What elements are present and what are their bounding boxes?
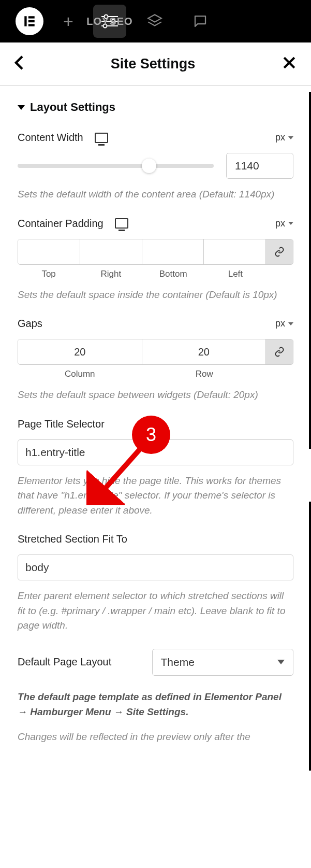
content-width-input[interactable] bbox=[226, 153, 293, 179]
elementor-logo[interactable] bbox=[16, 7, 43, 35]
padding-bottom-input[interactable] bbox=[142, 239, 204, 264]
gaps-unit[interactable]: px bbox=[275, 318, 293, 329]
container-padding-label: Container Padding bbox=[18, 218, 103, 230]
padding-sub-labels: Top Right Bottom Left bbox=[18, 269, 293, 279]
content-width-slider[interactable] bbox=[18, 164, 214, 168]
gaps-description: Sets the default space between widgets (… bbox=[18, 388, 293, 403]
chevron-down-icon bbox=[288, 322, 293, 325]
structure-icon[interactable] bbox=[146, 12, 164, 30]
default-page-layout-label: Default Page Layout bbox=[18, 656, 142, 668]
chevron-down-icon bbox=[288, 136, 293, 139]
default-page-layout-description2: Changes will be reflected in the preview… bbox=[18, 730, 293, 745]
annotation-arrow bbox=[86, 443, 149, 505]
control-gaps: Gaps px Column Row Sets the default spac… bbox=[18, 318, 293, 403]
link-values-button[interactable] bbox=[266, 239, 293, 264]
scrollbar[interactable] bbox=[309, 502, 311, 771]
link-icon bbox=[274, 247, 285, 257]
container-padding-unit[interactable]: px bbox=[275, 218, 293, 229]
link-icon bbox=[274, 347, 285, 357]
control-stretched-section: Stretched Section Fit To Enter parent el… bbox=[18, 533, 293, 633]
padding-left-input[interactable] bbox=[204, 239, 266, 264]
gaps-inputs bbox=[18, 339, 293, 365]
chat-icon[interactable] bbox=[192, 13, 208, 29]
elementor-icon bbox=[23, 15, 36, 28]
content-width-label: Content Width bbox=[18, 132, 83, 144]
control-container-padding: Container Padding px Top Right Bo bbox=[18, 218, 293, 303]
back-button[interactable] bbox=[14, 55, 24, 73]
stretched-section-label: Stretched Section Fit To bbox=[18, 533, 127, 545]
stretched-section-description: Enter parent element selector to which s… bbox=[18, 589, 293, 633]
close-button[interactable] bbox=[282, 55, 297, 72]
content-width-unit[interactable]: px bbox=[275, 132, 293, 143]
default-page-layout-select[interactable]: Theme bbox=[152, 649, 294, 676]
section-toggle-layout[interactable]: Layout Settings bbox=[18, 101, 293, 114]
annotation-badge: 3 bbox=[132, 416, 170, 454]
panel-header: Site Settings bbox=[0, 42, 311, 86]
chevron-down-icon bbox=[18, 105, 25, 110]
control-content-width: Content Width px Sets the default width … bbox=[18, 132, 293, 202]
page-title-selector-label: Page Title Selector bbox=[18, 418, 105, 430]
section-title: Layout Settings bbox=[30, 101, 115, 114]
page-title: Site Settings bbox=[111, 56, 196, 72]
container-padding-description: Sets the default space inside the contai… bbox=[18, 288, 293, 303]
gaps-sub-labels: Column Row bbox=[18, 369, 293, 379]
svg-rect-0 bbox=[24, 16, 26, 26]
add-button[interactable]: + bbox=[63, 11, 73, 32]
padding-right-input[interactable] bbox=[80, 239, 142, 264]
svg-marker-10 bbox=[148, 15, 161, 22]
chevron-down-icon bbox=[288, 222, 293, 225]
svg-line-14 bbox=[99, 448, 141, 495]
slider-thumb[interactable] bbox=[142, 159, 156, 173]
default-page-layout-description-bold: The default page template as defined in … bbox=[18, 689, 293, 720]
content-width-description: Sets the default width of the content ar… bbox=[18, 187, 293, 202]
settings-toggle[interactable]: LOYSEO bbox=[93, 5, 126, 38]
chevron-down-icon bbox=[277, 660, 285, 664]
padding-top-input[interactable] bbox=[18, 239, 80, 264]
link-values-button[interactable] bbox=[266, 339, 293, 364]
padding-inputs bbox=[18, 239, 293, 265]
desktop-icon[interactable] bbox=[95, 133, 108, 143]
page-title-selector-description: Elementor lets you hide the page title. … bbox=[18, 474, 293, 518]
seo-watermark: LOYSEO bbox=[86, 16, 132, 27]
gaps-row-input[interactable] bbox=[142, 339, 266, 364]
scrollbar[interactable] bbox=[309, 92, 311, 449]
topbar: + LOYSEO bbox=[0, 0, 311, 42]
svg-rect-3 bbox=[28, 24, 35, 26]
control-default-page-layout: Default Page Layout Theme The default pa… bbox=[18, 649, 293, 745]
gaps-column-input[interactable] bbox=[18, 339, 142, 364]
svg-rect-1 bbox=[28, 16, 35, 18]
gaps-label: Gaps bbox=[18, 318, 42, 330]
desktop-icon[interactable] bbox=[115, 218, 128, 229]
stretched-section-input[interactable] bbox=[18, 554, 293, 580]
svg-rect-2 bbox=[28, 20, 35, 22]
